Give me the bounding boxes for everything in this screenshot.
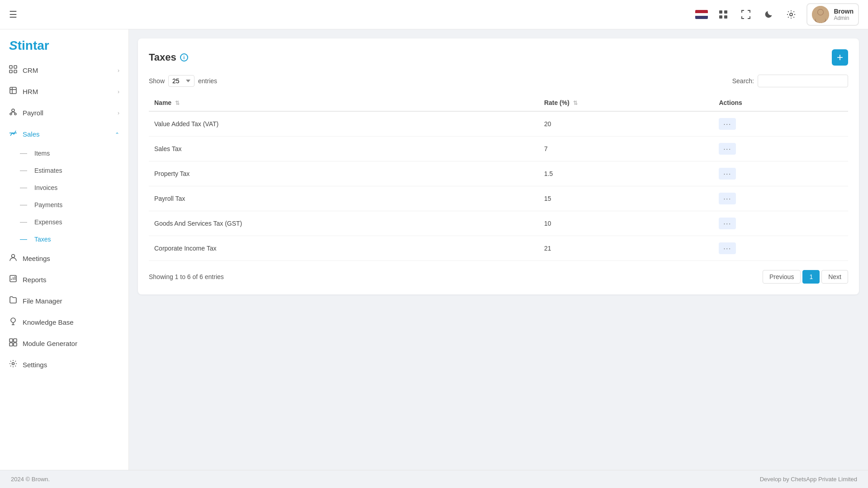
sidebar-sub-item-items[interactable]: — Items xyxy=(0,145,128,162)
action-button-0[interactable]: ··· xyxy=(719,118,736,130)
next-button[interactable]: Next xyxy=(821,270,848,284)
svg-rect-3 xyxy=(724,15,727,19)
user-name: Brown xyxy=(834,8,854,15)
header-right: Brown Admin xyxy=(695,3,859,26)
sidebar-label-payroll: Payroll xyxy=(23,109,43,117)
language-flag-icon[interactable] xyxy=(695,10,708,19)
sidebar-item-sales[interactable]: Sales ⌄ xyxy=(0,123,128,145)
action-button-3[interactable]: ··· xyxy=(719,193,736,204)
table-controls: Show 25 10 50 100 entries Search: xyxy=(149,75,848,87)
dark-mode-icon[interactable] xyxy=(761,7,776,22)
footer-copyright: 2024 © Brown. xyxy=(11,476,50,483)
svg-rect-11 xyxy=(14,66,17,68)
sidebar-item-knowledge-base[interactable]: Knowledge Base xyxy=(0,312,128,333)
sidebar-label-meetings: Meetings xyxy=(23,255,50,262)
cell-actions-0: ··· xyxy=(713,111,848,137)
sidebar-sub-label-payments: Payments xyxy=(34,201,62,208)
hrm-icon xyxy=(9,86,17,97)
svg-point-8 xyxy=(818,9,823,15)
add-tax-button[interactable]: + xyxy=(832,49,848,66)
taxes-tbody: Value Added Tax (VAT) 20 ··· Sales Tax 7… xyxy=(149,111,848,261)
sidebar-sub-label-items: Items xyxy=(34,150,50,157)
col-rate[interactable]: Rate (%) ⇅ xyxy=(539,95,714,111)
sidebar-label-file-manager: File Manager xyxy=(23,297,62,305)
entries-label: entries xyxy=(198,77,217,85)
sidebar-item-hrm[interactable]: HRM › xyxy=(0,81,128,102)
page-1-button[interactable]: 1 xyxy=(802,270,820,284)
main-content: Taxes i + Show 25 10 50 100 entries xyxy=(129,29,868,470)
cell-name-0: Value Added Tax (VAT) xyxy=(149,111,539,137)
sidebar-sub-item-expenses[interactable]: — Expenses xyxy=(0,213,128,231)
sidebar-item-meetings[interactable]: Meetings xyxy=(0,248,128,269)
sort-name-icon: ⇅ xyxy=(175,100,180,106)
sidebar-sub-item-taxes[interactable]: — Taxes xyxy=(0,231,128,248)
sidebar-item-payroll[interactable]: Payroll › xyxy=(0,102,128,123)
svg-line-21 xyxy=(13,112,15,113)
cell-rate-1: 7 xyxy=(539,137,714,161)
sidebar-label-reports: Reports xyxy=(23,276,47,284)
showing-text: Showing 1 to 6 of 6 entries xyxy=(149,273,224,280)
sales-submenu: — Items — Estimates — Invoices — Payment… xyxy=(0,145,128,248)
sidebar-item-module-generator[interactable]: Module Generator xyxy=(0,333,128,354)
module-generator-icon xyxy=(9,338,17,349)
svg-rect-12 xyxy=(9,70,12,73)
pagination-area: Showing 1 to 6 of 6 entries Previous 1 N… xyxy=(149,270,848,284)
col-name[interactable]: Name ⇅ xyxy=(149,95,539,111)
sidebar-item-file-manager[interactable]: File Manager xyxy=(0,290,128,312)
cell-actions-3: ··· xyxy=(713,186,848,211)
sidebar-sub-item-invoices[interactable]: — Invoices xyxy=(0,179,128,196)
svg-rect-35 xyxy=(14,339,17,342)
entries-select[interactable]: 25 10 50 100 xyxy=(168,75,194,87)
search-input[interactable] xyxy=(758,75,848,87)
sidebar-sub-label-invoices: Invoices xyxy=(34,184,57,191)
cell-actions-4: ··· xyxy=(713,211,848,236)
sales-icon xyxy=(9,129,17,139)
svg-point-9 xyxy=(816,16,825,23)
sidebar-item-reports[interactable]: Reports xyxy=(0,269,128,290)
hamburger-menu[interactable]: ☰ xyxy=(9,9,17,20)
user-role: Admin xyxy=(834,15,854,21)
sidebar-label-knowledge-base: Knowledge Base xyxy=(23,318,74,326)
sub-dash-items-icon: — xyxy=(20,149,27,157)
sidebar-sub-label-taxes: Taxes xyxy=(34,236,51,243)
fullscreen-icon[interactable] xyxy=(739,7,753,22)
svg-point-17 xyxy=(12,109,14,112)
cell-name-2: Property Tax xyxy=(149,161,539,186)
svg-point-26 xyxy=(12,255,15,258)
pagination-controls: Previous 1 Next xyxy=(763,270,848,284)
svg-point-38 xyxy=(12,363,14,365)
info-icon[interactable]: i xyxy=(180,53,188,62)
sidebar-item-crm[interactable]: CRM › xyxy=(0,60,128,81)
sidebar-label-module-generator: Module Generator xyxy=(23,340,77,347)
svg-point-19 xyxy=(14,113,16,115)
payroll-icon xyxy=(9,108,17,118)
action-button-2[interactable]: ··· xyxy=(719,168,736,180)
sidebar-sub-item-estimates[interactable]: — Estimates xyxy=(0,162,128,179)
logo[interactable]: Stintar xyxy=(9,38,119,53)
user-profile[interactable]: Brown Admin xyxy=(806,3,859,26)
svg-rect-34 xyxy=(9,339,13,342)
action-button-4[interactable]: ··· xyxy=(719,218,736,229)
taxes-page-card: Taxes i + Show 25 10 50 100 entries xyxy=(138,38,859,294)
avatar xyxy=(812,6,829,23)
page-header: Taxes i + xyxy=(149,49,848,66)
svg-rect-13 xyxy=(14,70,17,73)
sub-dash-payments-icon: — xyxy=(20,201,27,209)
cell-actions-1: ··· xyxy=(713,137,848,161)
action-button-5[interactable]: ··· xyxy=(719,242,736,254)
show-label: Show xyxy=(149,77,165,85)
grid-icon[interactable] xyxy=(716,7,730,22)
action-button-1[interactable]: ··· xyxy=(719,143,736,155)
svg-rect-37 xyxy=(14,343,17,346)
settings-icon[interactable] xyxy=(784,7,798,22)
sidebar-sub-item-payments[interactable]: — Payments xyxy=(0,196,128,213)
svg-line-24 xyxy=(14,131,16,134)
sidebar-item-settings[interactable]: Settings xyxy=(0,354,128,375)
main-layout: Stintar CRM › HRM › xyxy=(0,29,868,470)
cell-rate-4: 10 xyxy=(539,211,714,236)
cell-actions-2: ··· xyxy=(713,161,848,186)
previous-button[interactable]: Previous xyxy=(763,270,801,284)
sub-dash-expenses-icon: — xyxy=(20,218,27,226)
cell-name-5: Corporate Income Tax xyxy=(149,236,539,261)
cell-name-1: Sales Tax xyxy=(149,137,539,161)
